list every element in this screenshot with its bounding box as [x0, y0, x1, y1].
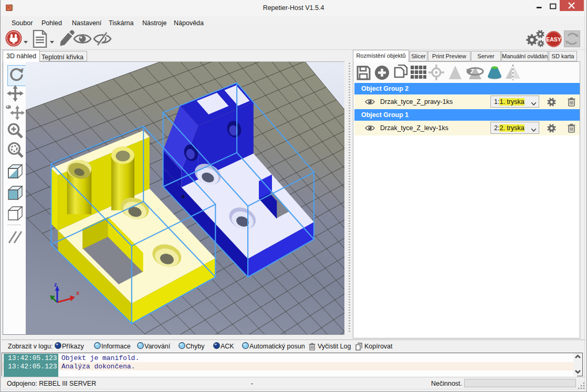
svg-text:x: x — [76, 290, 80, 296]
svg-text:*: * — [181, 193, 185, 204]
svg-text:EASY: EASY — [546, 36, 561, 43]
svg-text:z: z — [54, 281, 57, 288]
